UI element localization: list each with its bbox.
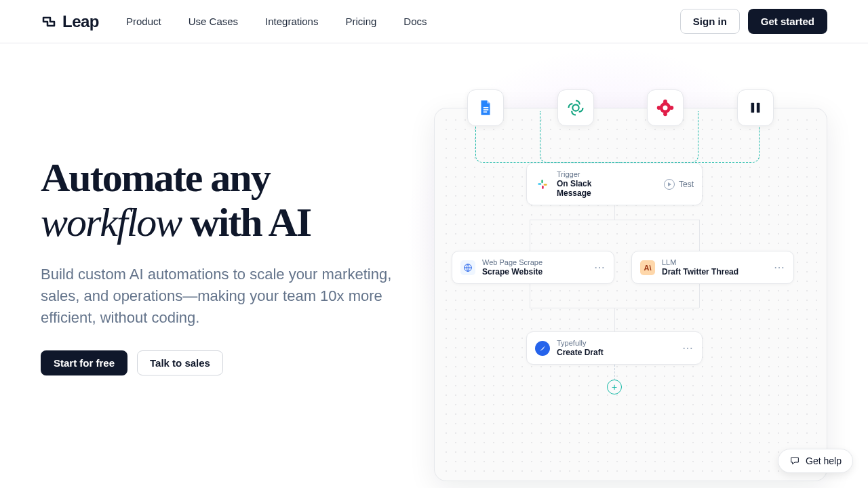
- more-icon[interactable]: ⋯: [674, 342, 694, 354]
- svg-point-8: [572, 104, 578, 110]
- workflow-node-llm[interactable]: A\ LLM Draft Twitter Thread ⋯: [631, 251, 794, 284]
- nav-use-cases[interactable]: Use Cases: [189, 16, 238, 27]
- svg-rect-6: [484, 109, 489, 110]
- svg-rect-15: [757, 103, 760, 113]
- anthropic-icon: A\: [640, 260, 655, 275]
- play-icon: [664, 179, 675, 190]
- typefully-icon: [535, 341, 550, 356]
- get-started-button[interactable]: Get started: [748, 9, 827, 34]
- brand-name: Leap: [62, 12, 99, 31]
- red-hub-icon: [647, 89, 684, 126]
- svg-rect-2: [544, 184, 547, 186]
- svg-rect-7: [484, 111, 487, 113]
- chat-icon: [789, 455, 800, 466]
- svg-point-9: [661, 104, 669, 112]
- workflow-node-typefully[interactable]: Typefully Create Draft ⋯: [526, 331, 703, 365]
- workflow-canvas: Trigger On Slack Message Test Web Page S…: [434, 108, 827, 481]
- hero-copy: Automate any workflow with AI Build cust…: [41, 43, 407, 488]
- svg-rect-14: [751, 103, 754, 113]
- svg-rect-0: [538, 183, 541, 185]
- svg-point-13: [657, 106, 661, 110]
- test-label: Test: [679, 180, 694, 189]
- node-action: Create Draft: [557, 348, 604, 357]
- node-action: Scrape Website: [482, 267, 542, 277]
- nav-docs[interactable]: Docs: [403, 16, 427, 27]
- node-label: Typefully: [557, 339, 604, 348]
- leap-logo-icon: [41, 14, 57, 30]
- nav-product[interactable]: Product: [126, 16, 161, 27]
- primary-nav: Product Use Cases Integrations Pricing D…: [126, 16, 427, 27]
- signin-button[interactable]: Sign in: [680, 9, 740, 34]
- svg-point-11: [670, 106, 674, 110]
- more-icon[interactable]: ⋯: [766, 261, 785, 274]
- hero-title: Automate any workflow with AI: [41, 155, 407, 245]
- node-action: On Slack Message: [557, 179, 616, 198]
- test-button[interactable]: Test: [664, 179, 694, 190]
- hero-section: Automate any workflow with AI Build cust…: [0, 43, 868, 488]
- openai-icon: [557, 89, 594, 126]
- hero-title-italic: workflow: [41, 200, 181, 245]
- add-node-button[interactable]: +: [607, 380, 622, 394]
- node-label: LLM: [662, 258, 738, 267]
- get-help-button[interactable]: Get help: [778, 449, 853, 473]
- talk-to-sales-button[interactable]: Talk to sales: [137, 350, 223, 375]
- start-free-button[interactable]: Start for free: [41, 350, 127, 375]
- hero-subtitle: Build custom AI automations to scale you…: [41, 264, 393, 329]
- node-label: Trigger: [557, 170, 616, 179]
- google-doc-icon: [467, 89, 504, 126]
- more-icon[interactable]: ⋯: [586, 261, 606, 274]
- svg-point-10: [663, 100, 667, 104]
- hero-title-line1: Automate any: [41, 155, 270, 200]
- hero-title-line2: with AI: [181, 200, 311, 245]
- site-header: Leap Product Use Cases Integrations Pric…: [0, 0, 868, 43]
- nav-integrations[interactable]: Integrations: [265, 16, 318, 27]
- globe-icon: [460, 260, 475, 275]
- pause-icon: [737, 89, 774, 126]
- svg-rect-3: [542, 185, 544, 188]
- nav-pricing[interactable]: Pricing: [345, 16, 376, 27]
- workflow-node-trigger[interactable]: Trigger On Slack Message Test: [526, 163, 703, 205]
- hero-illustration: Trigger On Slack Message Test Web Page S…: [407, 43, 827, 488]
- svg-rect-5: [484, 107, 489, 108]
- hero-actions: Start for free Talk to sales: [41, 350, 407, 375]
- workflow-node-scrape[interactable]: Web Page Scrape Scrape Website ⋯: [452, 251, 614, 284]
- help-label: Get help: [806, 455, 842, 466]
- node-label: Web Page Scrape: [482, 258, 542, 267]
- brand-logo[interactable]: Leap: [41, 12, 99, 31]
- svg-rect-1: [541, 180, 543, 183]
- node-action: Draft Twitter Thread: [662, 267, 738, 277]
- svg-point-12: [663, 112, 667, 116]
- slack-icon: [535, 177, 550, 192]
- header-actions: Sign in Get started: [680, 9, 827, 34]
